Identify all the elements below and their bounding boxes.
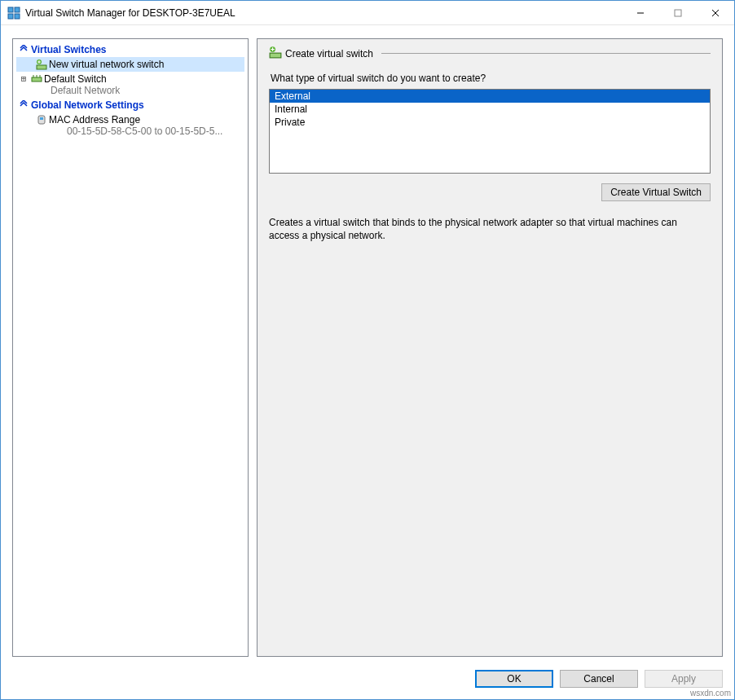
tree-section-virtual-switches[interactable]: Virtual Switches (16, 42, 244, 57)
switch-add-icon (269, 46, 282, 61)
panel-header: Create virtual switch (269, 46, 711, 61)
maximize-button[interactable] (659, 1, 697, 24)
tree-item-new-virtual-switch[interactable]: New virtual network switch (16, 57, 244, 72)
tree-item-label: Default Switch (44, 73, 243, 85)
tree-item-sublabel: Default Network (18, 85, 243, 96)
switch-icon (29, 73, 44, 85)
close-button[interactable] (697, 1, 734, 24)
window-root: Virtual Switch Manager for DESKTOP-3E7UE… (0, 0, 735, 700)
tree-section-global-settings[interactable]: Global Network Settings (16, 98, 244, 112)
content-frame: Virtual Switches New virtual network swi… (1, 25, 734, 663)
apply-button: Apply (645, 670, 723, 688)
chevron-up-icon (20, 44, 28, 55)
minimize-button[interactable] (622, 1, 659, 24)
tree-item-default-switch[interactable]: ⊞ Default Switch Default Network (16, 72, 244, 98)
app-icon (7, 7, 20, 20)
navigation-tree[interactable]: Virtual Switches New virtual network swi… (12, 38, 249, 657)
panel-header-label: Create virtual switch (282, 48, 376, 59)
switch-type-listbox[interactable]: External Internal Private (269, 89, 711, 174)
tree-section-label: Virtual Switches (31, 44, 106, 55)
cancel-button[interactable]: Cancel (560, 670, 638, 688)
tree-item-label: MAC Address Range (49, 114, 243, 125)
option-external[interactable]: External (270, 90, 710, 103)
nic-icon (34, 114, 49, 125)
detail-pane: Create virtual switch What type of virtu… (257, 38, 723, 657)
option-private[interactable]: Private (270, 116, 710, 129)
watermark-text: wsxdn.com (690, 689, 731, 698)
svg-rect-1 (15, 7, 20, 12)
expand-icon[interactable]: ⊞ (18, 73, 29, 84)
option-internal[interactable]: Internal (270, 103, 710, 116)
panel-description: Creates a virtual switch that binds to t… (269, 216, 693, 242)
window-controls (622, 1, 734, 24)
tree-item-sublabel: 00-15-5D-58-C5-00 to 00-15-5D-5... (34, 125, 243, 137)
title-bar: Virtual Switch Manager for DESKTOP-3E7UE… (1, 1, 734, 25)
dialog-button-bar: OK Cancel Apply (1, 663, 734, 699)
svg-rect-0 (8, 7, 13, 12)
switch-add-icon (34, 59, 49, 70)
svg-rect-8 (37, 65, 46, 69)
tree-section-label: Global Network Settings (31, 99, 144, 111)
svg-rect-18 (270, 53, 281, 58)
svg-rect-17 (40, 117, 43, 120)
svg-rect-5 (675, 10, 681, 16)
window-title: Virtual Switch Manager for DESKTOP-3E7UE… (25, 7, 622, 19)
tree-item-mac-range[interactable]: MAC Address Range 00-15-5D-58-C5-00 to 0… (16, 112, 244, 139)
tree-item-label: New virtual network switch (49, 59, 243, 70)
ok-button[interactable]: OK (475, 670, 553, 688)
divider-line (381, 53, 711, 54)
svg-rect-3 (15, 14, 20, 19)
svg-rect-2 (8, 14, 13, 19)
panel-question: What type of virtual switch do you want … (271, 73, 711, 84)
chevron-up-icon (20, 99, 28, 111)
create-virtual-switch-button[interactable]: Create Virtual Switch (601, 183, 711, 201)
svg-rect-12 (32, 77, 42, 81)
